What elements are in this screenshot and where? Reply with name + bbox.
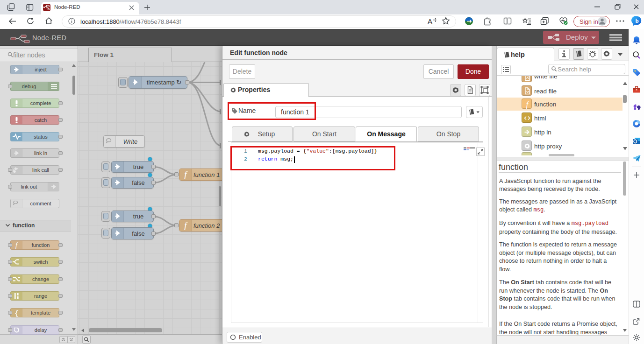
svg-text:f: f: [526, 100, 530, 109]
svg-text:f: f: [184, 169, 188, 179]
svg-text:f: f: [15, 242, 18, 249]
svg-text:A: A: [428, 17, 432, 25]
svg-text:{: {: [14, 310, 19, 317]
svg-text:b: b: [635, 17, 638, 24]
svg-text:f: f: [184, 220, 188, 230]
